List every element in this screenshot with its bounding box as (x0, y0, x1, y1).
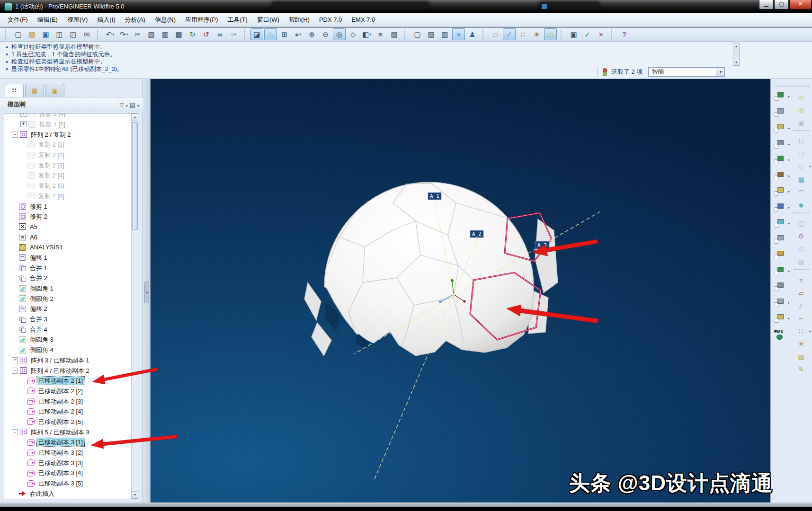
graphics-viewport[interactable]: A_1 A_2 A_3 (151, 79, 770, 502)
zoom-window-button[interactable]: ◎ (333, 28, 346, 40)
tree-item[interactable]: 已移动副本 2 [5] (4, 417, 132, 427)
tree-item[interactable]: 倒圆角 1 (4, 283, 132, 294)
tree-item[interactable]: 复制 2 [5] (4, 181, 132, 191)
boundary-blend-icon[interactable]: ◫ (792, 217, 811, 229)
scrollbar-thumb[interactable] (132, 122, 138, 230)
style-icon[interactable]: ✎ (792, 363, 811, 376)
flyout-arrow-icon[interactable]: ▸ (809, 165, 811, 168)
tree-item[interactable]: -阵列 4 / 已移动副本 2 (4, 365, 132, 376)
undo-button[interactable]: ↶▾ (104, 28, 116, 40)
chevron-down-icon[interactable] (137, 100, 139, 109)
tree-item[interactable]: 已移动副本 3 [5] (4, 478, 132, 489)
menu-item-11[interactable]: EMX 7.0 (347, 13, 380, 26)
scroll-down-icon[interactable] (733, 60, 739, 65)
zoom-in-button[interactable]: ⊕ (305, 28, 318, 40)
scroll-down-icon[interactable] (132, 491, 138, 499)
selection-filter-combo[interactable]: 智能 (648, 67, 725, 77)
sweep-icon[interactable]: ◆ (792, 198, 811, 211)
minimize-button[interactable]: ▁ (759, 0, 774, 9)
open-button[interactable]: ▤ (26, 28, 38, 40)
paste-button[interactable]: ▥ (159, 28, 171, 40)
annotation-toggle-button[interactable]: ▭ (544, 28, 557, 40)
measure-icon[interactable]: ▸ (773, 312, 790, 328)
tree-item[interactable]: 已移动副本 3 [4] (4, 468, 132, 478)
regenerate-button[interactable]: ↻ (186, 28, 199, 40)
context-help-button[interactable]: ? (618, 28, 631, 40)
tree-item[interactable]: 复制 2 [4] (4, 170, 132, 181)
point-icon[interactable]: ∷▸ (792, 325, 811, 337)
menu-item-10[interactable]: PDX 7.0 (314, 13, 347, 26)
tree-insert-marker[interactable]: 在此插入 (4, 488, 132, 499)
default-window-button[interactable]: ✓ (581, 28, 594, 40)
paste-special-button[interactable]: ▦ (172, 28, 185, 40)
mold-volume-icon[interactable] (773, 106, 790, 123)
expand-toggle[interactable]: + (20, 113, 27, 117)
tree-item[interactable]: 复制 2 [1] (4, 140, 132, 150)
menu-item-0[interactable]: 文件(F) (3, 13, 33, 26)
analysis-icon[interactable]: ▨ (792, 350, 811, 363)
reorient-button[interactable]: ◇ (347, 28, 359, 40)
waterline-icon[interactable]: ▸ (773, 202, 790, 218)
datum-axis-toggle-button[interactable]: ∕ (503, 28, 516, 40)
expand-toggle[interactable]: - (12, 132, 18, 138)
tree-item[interactable]: -阵列 5 / 已移动副本 3 (4, 427, 132, 437)
redo-button[interactable]: ↷▾ (117, 28, 130, 40)
datum-plane-icon[interactable]: ▱ (792, 90, 811, 103)
select-box-button[interactable]: ▫▾ (227, 28, 240, 40)
menu-item-1[interactable]: 编辑(E) (33, 13, 62, 26)
tree-item[interactable]: 已移动副本 2 [2] (4, 386, 132, 396)
tree-item[interactable]: 已移动副本 3 [2] (4, 448, 132, 458)
tab-model-tree[interactable] (5, 84, 24, 97)
tree-item[interactable]: 倒圆角 3 (4, 335, 132, 345)
tree-item[interactable]: +投影 1 [5] (4, 119, 132, 130)
flyout-arrow-icon[interactable]: ▸ (788, 142, 790, 146)
send-button[interactable]: ✉ (80, 28, 93, 40)
no-hidden-button[interactable]: ▥ (438, 28, 451, 40)
expand-toggle[interactable]: - (12, 429, 18, 435)
tree-item[interactable]: A5 (4, 222, 132, 232)
workpiece-icon[interactable]: ▸ (773, 90, 790, 106)
tree-item[interactable]: 合并 1 (4, 263, 132, 273)
print-button[interactable]: ◫ (53, 28, 66, 40)
tree-item[interactable]: ANALYSIS1 (4, 242, 132, 253)
flyout-arrow-icon[interactable]: ▸ (788, 301, 790, 305)
flyout-arrow-icon[interactable]: ▸ (788, 269, 790, 273)
tree-item[interactable]: 已移动副本 3 [1] (4, 437, 132, 448)
tree-item[interactable]: 已移动副本 2 [4] (4, 406, 132, 417)
hidden-line-button[interactable]: ▨ (425, 28, 437, 40)
mold-opening-icon[interactable]: ▸ (773, 265, 790, 281)
menu-item-2[interactable]: 视图(V) (62, 13, 92, 26)
flyout-arrow-icon[interactable]: ▸ (788, 158, 790, 162)
close-button[interactable]: × (789, 0, 812, 9)
menu-item-9[interactable]: 帮助(H) (284, 13, 314, 26)
scroll-up-icon[interactable] (132, 114, 138, 121)
menu-item-7[interactable]: 工具(T) (223, 13, 252, 26)
expand-toggle[interactable]: + (20, 121, 27, 127)
tree-item[interactable]: +投影 1 [4] (4, 113, 132, 119)
chevron-down-icon[interactable]: ▾ (234, 32, 236, 36)
shell-icon[interactable]: ▢ (792, 147, 811, 160)
component-display-icon[interactable]: ▸ (773, 297, 790, 313)
pattern-icon[interactable]: ▦ (792, 255, 811, 268)
runner-icon[interactable]: ▸ (773, 185, 790, 202)
flyout-arrow-icon[interactable]: ▸ (788, 190, 790, 194)
sketch-curve-icon[interactable]: ≈ (792, 273, 811, 286)
chevron-down-icon[interactable] (126, 100, 128, 109)
csys-toggle-button[interactable]: ✳ (530, 28, 543, 40)
relations-button[interactable]: ∴ (264, 28, 277, 40)
merge-icon[interactable]: ⊙ (792, 229, 811, 242)
gate-icon[interactable]: ▸ (773, 170, 790, 186)
chevron-down-icon[interactable]: ▾ (112, 32, 114, 36)
panel-sash[interactable] (143, 79, 151, 502)
shaded-button[interactable]: ■ (452, 28, 465, 40)
revolve-icon[interactable]: ◠ (792, 185, 811, 198)
flyout-arrow-icon[interactable]: ▸ (788, 206, 790, 210)
sash-collapse-handle[interactable] (144, 282, 149, 303)
axis-icon[interactable]: ∕ (792, 299, 811, 312)
scroll-up-icon[interactable] (733, 44, 739, 49)
tab-folder-browser[interactable] (25, 84, 44, 97)
mold-base-icon[interactable]: ▸ (773, 122, 790, 138)
tree-scrollbar[interactable] (131, 114, 139, 499)
chevron-down-icon[interactable] (716, 68, 724, 76)
tree-item[interactable]: 复制 2 [6] (4, 191, 132, 202)
